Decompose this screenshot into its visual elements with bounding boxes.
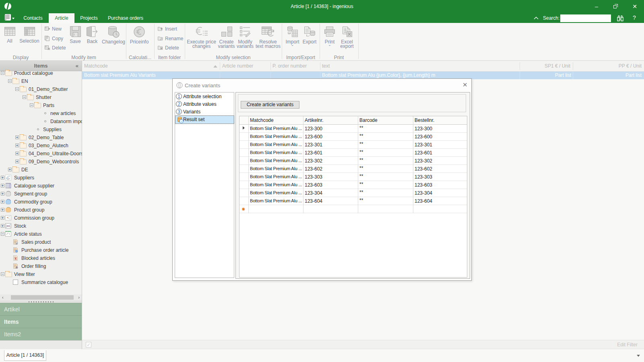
svg-text:a: a: [16, 242, 17, 245]
svg-text:i: i: [181, 120, 182, 123]
